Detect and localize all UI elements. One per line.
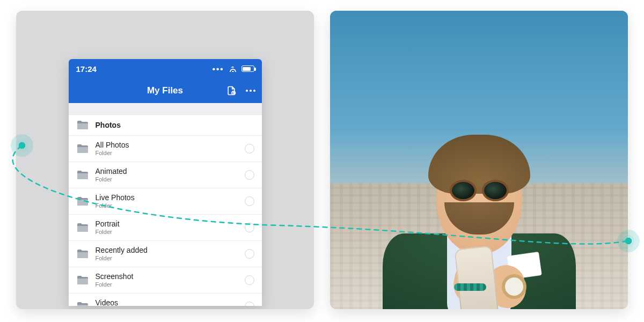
right-panel (330, 11, 628, 309)
item-name: Recently added (96, 246, 238, 255)
select-radio[interactable] (245, 302, 254, 306)
folder-icon (76, 248, 89, 259)
status-time: 17:24 (76, 64, 97, 74)
item-name: Animated (96, 167, 238, 176)
more-icon (246, 90, 255, 92)
item-sub: Folder (96, 281, 238, 288)
cellular-dots-icon: ••• (213, 64, 224, 74)
list-item[interactable]: Portrait Folder (69, 215, 262, 241)
list-item[interactable]: All Photos Folder (69, 136, 262, 162)
item-sub: Folder (96, 229, 238, 236)
select-radio[interactable] (245, 249, 254, 259)
item-name: Live Photos (96, 193, 238, 202)
item-sub: Folder (96, 255, 238, 262)
add-file-icon (226, 85, 237, 96)
select-radio[interactable] (245, 275, 254, 285)
item-name: Screenshot (96, 272, 238, 281)
item-name: Portrait (96, 219, 238, 229)
left-panel: 17:24 ••• My Files (16, 11, 314, 309)
list-item[interactable]: Recently added Folder (69, 241, 262, 267)
folder-icon (76, 196, 89, 207)
list-header-row[interactable]: Photos (69, 115, 262, 136)
list-item[interactable]: Screenshot Folder (69, 267, 262, 294)
battery-icon (241, 65, 254, 72)
item-sub: Folder (96, 176, 238, 183)
app-bar: My Files (69, 78, 262, 103)
item-sub: Folder (96, 202, 238, 209)
item-sub: Folder (96, 150, 238, 157)
folder-icon (76, 170, 89, 180)
list-item[interactable]: Videos Folder (69, 294, 262, 306)
phone-mock: 17:24 ••• My Files (69, 59, 262, 306)
select-radio[interactable] (245, 223, 254, 232)
folder-list: Photos All Photos Folder Animated Fol (69, 115, 262, 306)
list-item[interactable]: Animated Folder (69, 162, 262, 188)
select-radio[interactable] (245, 144, 254, 153)
sub-header (69, 103, 262, 115)
select-radio[interactable] (245, 170, 254, 180)
item-name: All Photos (96, 141, 238, 150)
folder-icon (76, 222, 89, 233)
item-name: Videos (96, 298, 238, 306)
wifi-icon (229, 65, 237, 72)
list-item[interactable]: Live Photos Folder (69, 188, 262, 215)
status-bar: 17:24 ••• (69, 59, 262, 78)
decorative-dot (623, 235, 634, 247)
list-header-name: Photos (96, 121, 254, 130)
folder-icon (76, 143, 89, 154)
more-button[interactable] (245, 85, 257, 97)
app-title: My Files (147, 85, 183, 96)
add-file-button[interactable] (225, 85, 237, 97)
status-right: ••• (213, 64, 254, 74)
photo-person (367, 103, 592, 309)
folder-icon (76, 301, 89, 306)
folder-icon (76, 275, 89, 286)
folder-icon (76, 120, 89, 130)
decorative-dot (16, 140, 28, 151)
select-radio[interactable] (245, 196, 254, 206)
